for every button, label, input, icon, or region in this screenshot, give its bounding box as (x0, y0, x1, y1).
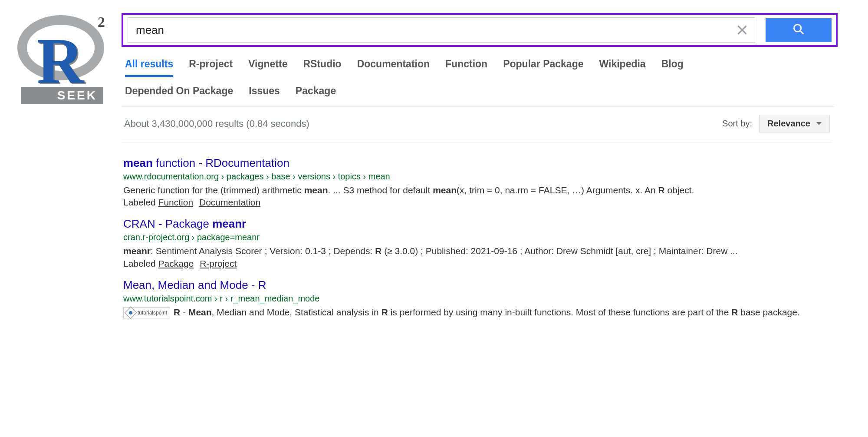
tab-issues[interactable]: Issues (249, 83, 280, 102)
tab-all-results[interactable]: All results (125, 56, 173, 77)
search-box[interactable] (128, 17, 755, 43)
sort-control: Sort by: Relevance (722, 115, 830, 132)
result-title[interactable]: mean function - RDocumentation (123, 156, 829, 171)
result-tabs: All resultsR-projectVignetteRStudioDocum… (122, 47, 834, 107)
logo-seek: SEEK (21, 87, 103, 104)
result-label[interactable]: R-project (200, 258, 237, 268)
result-snippet: Generic function for the (trimmed) arith… (123, 184, 829, 196)
tab-vignette[interactable]: Vignette (248, 56, 287, 76)
result-url[interactable]: cran.r-project.org › package=meanr (123, 232, 829, 245)
logo-superscript: 2 (98, 14, 105, 30)
results-meta: About 3,430,000,000 results (0.84 second… (122, 107, 832, 142)
result-labels: Labeled Package R-project (123, 258, 829, 269)
tab-documentation[interactable]: Documentation (357, 56, 430, 76)
results-list: mean function - RDocumentationwww.rdocum… (122, 142, 831, 326)
result-label[interactable]: Function (158, 197, 194, 207)
result-title[interactable]: CRAN - Package meanr (123, 217, 829, 232)
logo-r: R (37, 28, 84, 93)
search-result: mean function - RDocumentationwww.rdocum… (123, 149, 829, 209)
search-icon (792, 23, 805, 37)
chevron-down-icon (816, 122, 822, 125)
result-url[interactable]: www.rdocumentation.org › packages › base… (123, 171, 829, 184)
tab-function[interactable]: Function (445, 56, 487, 76)
search-result: CRAN - Package meanrcran.r-project.org ›… (123, 209, 829, 270)
result-snippet: meanr: Sentiment Analysis Scorer ; Versi… (123, 245, 829, 257)
tab-depended-on-package[interactable]: Depended On Package (125, 83, 233, 102)
result-snippet: tutorialspointR - Mean, Median and Mode,… (123, 306, 829, 318)
tab-popular-package[interactable]: Popular Package (503, 56, 583, 76)
tab-wikipedia[interactable]: Wikipedia (599, 56, 646, 76)
result-title[interactable]: Mean, Median and Mode - R (123, 278, 829, 293)
result-stats: About 3,430,000,000 results (0.84 second… (124, 118, 309, 129)
svg-line-1 (800, 31, 803, 34)
clear-icon[interactable] (736, 24, 748, 36)
tab-blog[interactable]: Blog (661, 56, 684, 76)
search-input[interactable] (135, 23, 736, 37)
search-result: Mean, Median and Mode - Rwww.tutorialspo… (123, 271, 829, 320)
tab-rstudio[interactable]: RStudio (303, 56, 342, 76)
logo: 2 R SEEK (0, 13, 122, 437)
tab-package[interactable]: Package (296, 83, 336, 102)
result-label[interactable]: Documentation (199, 197, 260, 207)
sort-value: Relevance (767, 119, 810, 129)
search-button[interactable] (766, 18, 832, 42)
result-url[interactable]: www.tutorialspoint.com › r › r_mean_medi… (123, 293, 829, 306)
result-thumb: tutorialspoint (123, 307, 170, 318)
result-label[interactable]: Package (158, 258, 194, 268)
sort-label: Sort by: (722, 119, 752, 129)
tab-r-project[interactable]: R-project (189, 56, 233, 76)
search-bar-highlight (122, 13, 838, 47)
result-labels: Labeled Function Documentation (123, 196, 829, 208)
sort-dropdown[interactable]: Relevance (759, 115, 830, 132)
